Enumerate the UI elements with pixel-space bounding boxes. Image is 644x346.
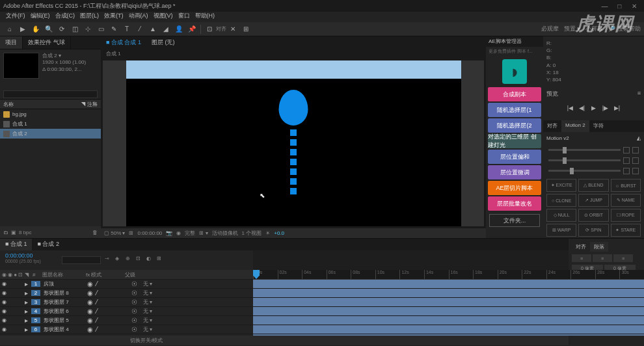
trash-icon[interactable]: 🗑 xyxy=(92,230,98,235)
anchor-tool[interactable]: ⊹ xyxy=(83,24,93,34)
last-frame-button[interactable]: ▶| xyxy=(613,105,622,114)
slider-3[interactable] xyxy=(548,170,621,172)
visibility-icon[interactable]: ◉ xyxy=(0,299,8,305)
grid-icon[interactable]: ⊞ ▾ xyxy=(199,230,208,236)
script-button[interactable]: 层位置微调 xyxy=(488,165,541,180)
tab-layer[interactable]: 图层 (无) xyxy=(146,36,180,49)
paragraph-tab[interactable]: 对齐 xyxy=(572,242,590,252)
script-button[interactable]: AE层切片脚本 xyxy=(488,181,541,195)
menu-item[interactable]: 效果(T) xyxy=(101,12,126,22)
slider-2[interactable] xyxy=(548,159,621,161)
pen-tool[interactable]: ✎ xyxy=(109,24,119,34)
rope-dot[interactable] xyxy=(290,178,297,185)
motion-action-button[interactable]: ☼ BURST xyxy=(611,179,641,192)
balloon-shape[interactable] xyxy=(279,90,308,126)
rope-dot[interactable] xyxy=(290,168,297,175)
snap-toggle[interactable]: ⊡ xyxy=(204,24,215,34)
script-button[interactable]: 层位置偏和 xyxy=(488,150,541,164)
checkbox[interactable] xyxy=(623,168,630,174)
project-search[interactable] xyxy=(3,90,98,98)
motion-action-button[interactable]: ☐ ROPE xyxy=(611,209,641,222)
layer-name[interactable]: 形状图层 5 xyxy=(42,317,87,324)
rotate-tool[interactable]: ⟳ xyxy=(57,24,67,34)
tl-tool-icon[interactable]: ⊕ xyxy=(123,256,132,265)
layer-name[interactable]: 房顶 xyxy=(42,280,87,287)
layer-name[interactable]: 形状图层 4 xyxy=(42,326,87,333)
tl-tool-icon[interactable]: ⊡ xyxy=(133,256,142,265)
motion-action-button[interactable]: ✎ NAME xyxy=(611,194,641,207)
motion-tab[interactable]: 字符 xyxy=(589,120,608,132)
checkbox[interactable] xyxy=(632,168,639,174)
next-frame-button[interactable]: |▶ xyxy=(601,105,610,114)
motion-action-button[interactable]: ⊞ WARP xyxy=(546,224,576,237)
stamp-tool[interactable]: ▲ xyxy=(148,24,158,34)
layer-row[interactable]: ◉▸5形状图层 5◉⁄☉无 ▾ xyxy=(0,316,253,325)
camera-dropdown[interactable]: 活动摄像机 xyxy=(212,230,238,237)
layer-name[interactable]: 形状图层 7 xyxy=(42,299,87,306)
text-tool[interactable]: T xyxy=(122,24,132,34)
menu-item[interactable]: 动画(A) xyxy=(126,12,151,22)
motion-action-button[interactable]: ◇ NULL xyxy=(546,209,576,222)
tab-project[interactable]: 项目 xyxy=(0,36,23,49)
interpret-icon[interactable]: 🗀 xyxy=(3,230,8,235)
toggle-switches[interactable]: 切换开关/模式 xyxy=(130,337,163,344)
script-button[interactable]: 合成副本 xyxy=(488,87,541,101)
roto-tool[interactable]: 👤 xyxy=(174,24,184,34)
script-button[interactable]: 对选定的三维层 创建灯光 xyxy=(488,134,541,148)
channel-icon[interactable]: ◉ xyxy=(176,230,181,236)
menu-item[interactable]: 合成(C) xyxy=(53,12,78,22)
timeline-tab-2[interactable]: ■ 合成 2 xyxy=(32,239,64,250)
tl-tool-icon[interactable]: ◐ xyxy=(144,256,153,265)
parent-dropdown[interactable]: 无 ▾ xyxy=(141,317,152,324)
exposure-icon[interactable]: ☀ xyxy=(265,230,270,236)
zoom-tool[interactable]: 🔍 xyxy=(44,24,54,34)
puppet-tool[interactable]: 📌 xyxy=(187,24,197,34)
time-display[interactable]: 0:00:00:00 xyxy=(137,230,162,236)
layer-bar[interactable] xyxy=(253,298,644,306)
time-ruler[interactable]: 00s02s04s06s08s10s12s14s16s18s20s22s24s2… xyxy=(253,270,644,280)
layer-bar[interactable] xyxy=(253,334,644,336)
layer-bar[interactable] xyxy=(253,289,644,297)
resolution-icon[interactable]: ⊞ xyxy=(129,230,133,236)
visibility-icon[interactable]: ◉ xyxy=(0,326,8,332)
layer-row[interactable]: ◉▸6形状图层 4◉⁄☉无 ▾ xyxy=(0,325,253,334)
layer-row[interactable]: ◉▸3形状图层 7◉⁄☉无 ▾ xyxy=(0,298,253,307)
snapshot-icon[interactable]: 📷 xyxy=(166,230,172,236)
checkbox[interactable] xyxy=(632,157,639,164)
rope-dot[interactable] xyxy=(290,129,297,136)
layer-bar[interactable] xyxy=(253,316,644,325)
tab-comp[interactable]: ■ 合成 合成 1 xyxy=(101,36,146,49)
menu-item[interactable]: 编辑(E) xyxy=(28,12,53,22)
motion-action-button[interactable]: ⟳ SPIN xyxy=(578,224,608,237)
menu-item[interactable]: 帮助(H) xyxy=(193,12,218,22)
visibility-icon[interactable]: ◉ xyxy=(0,281,8,287)
folder-button[interactable]: 文件夹... xyxy=(489,214,540,227)
snap-opt[interactable]: ✕ xyxy=(228,24,238,34)
align-center-icon[interactable]: ≡ xyxy=(593,254,612,262)
layer-bar[interactable] xyxy=(253,325,644,334)
timeline-tracks[interactable]: 00s02s04s06s08s10s12s14s16s18s20s22s24s2… xyxy=(253,270,644,336)
script-button[interactable]: 层层批量改名 xyxy=(488,196,541,211)
workspace-button[interactable]: 必观摩 xyxy=(541,25,559,33)
checkbox[interactable] xyxy=(623,157,630,164)
parent-dropdown[interactable]: 无 ▾ xyxy=(141,326,152,333)
parent-dropdown[interactable]: 无 ▾ xyxy=(141,299,152,306)
menu-item[interactable]: 窗口 xyxy=(176,12,193,22)
preview-menu-icon[interactable]: ≡ xyxy=(637,90,641,98)
tl-tool-icon[interactable]: ⊸ xyxy=(102,256,111,265)
motion-tab[interactable]: 对齐 xyxy=(543,120,561,132)
layer-row[interactable]: ◉▸1房顶◉⁄☉无 ▾ xyxy=(0,280,253,289)
checkbox[interactable] xyxy=(623,147,630,153)
canvas[interactable]: ⬉ xyxy=(126,60,461,226)
res-dropdown[interactable]: 完整 xyxy=(185,230,195,237)
project-item[interactable]: 合成 2 xyxy=(0,129,101,139)
script-button[interactable]: 随机选择层(2 xyxy=(488,118,541,133)
slider-1[interactable] xyxy=(548,149,621,151)
rope-dot[interactable] xyxy=(290,139,297,146)
menu-item[interactable]: 文件(F) xyxy=(3,12,28,22)
motion-tab[interactable]: Motion 2 xyxy=(561,120,589,132)
timeline-tab-1[interactable]: ■ 合成 1 xyxy=(0,239,32,250)
brush-tool[interactable]: ⁄ xyxy=(135,24,145,34)
align-left-icon[interactable]: ≡ xyxy=(572,254,591,262)
maximize-button[interactable]: □ xyxy=(613,3,626,10)
